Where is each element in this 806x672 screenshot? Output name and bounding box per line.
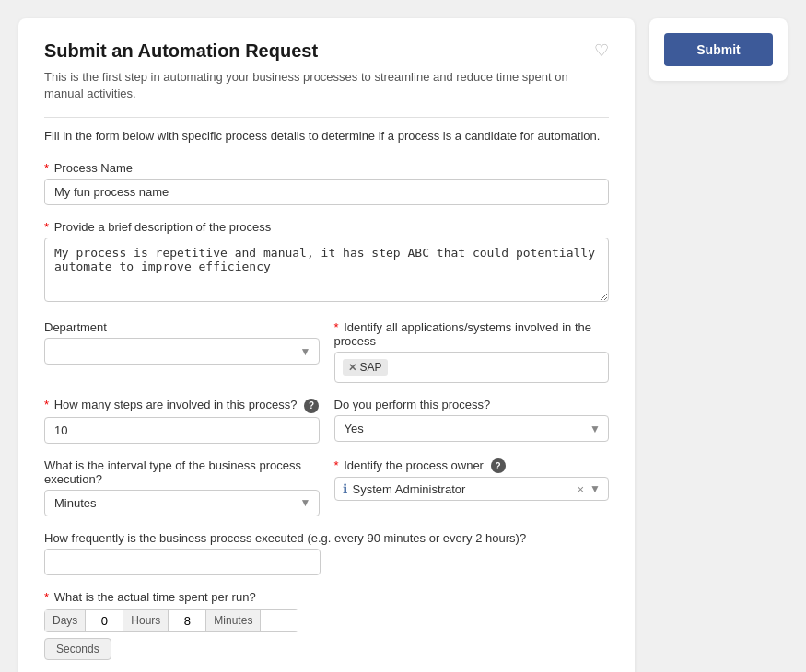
process-name-label: * Process Name [44,161,609,175]
form-description: Fill in the form below with specific pro… [44,129,609,143]
required-indicator-2: * [44,220,49,234]
process-owner-group: * Identify the process owner ? ℹ System … [334,458,610,516]
applications-label: * Identify all applications/systems invo… [334,320,610,348]
seconds-button[interactable]: Seconds [44,638,111,660]
steps-group: * How many steps are involved in this pr… [44,398,320,444]
perform-process-group: Do you perform this process? Yes No ▼ [334,398,610,444]
submit-button[interactable]: Submit [664,33,773,66]
required-indicator: * [44,161,49,175]
owner-name: System Administrator [353,482,572,496]
process-name-group: * Process Name [44,161,609,205]
process-owner-field: ℹ System Administrator × ▼ [334,477,610,501]
required-indicator-5: * [334,458,339,472]
owner-arrow-icon[interactable]: ▼ [590,482,601,495]
side-card: Submit [649,18,788,81]
interval-type-label: What is the interval type of the busines… [44,458,320,486]
process-name-input[interactable] [44,179,609,205]
dept-apps-row: Department ▼ * Identify all applications… [44,320,609,383]
applications-group: * Identify all applications/systems invo… [334,320,610,383]
interval-type-group: What is the interval type of the busines… [44,458,320,516]
process-owner-help-icon[interactable]: ? [491,458,506,473]
time-spent-group: * What is the actual time spent per run?… [44,590,609,660]
department-label: Department [44,320,320,334]
days-label: Days [45,610,86,631]
days-field: Days [44,609,123,632]
department-group: Department ▼ [44,320,320,383]
steps-help-icon[interactable]: ? [304,399,319,413]
description-input[interactable] [44,238,609,302]
favorite-icon[interactable]: ♡ [594,41,609,61]
interval-type-select[interactable]: Minutes Hours Days [45,491,319,516]
frequency-group: How frequently is the business process e… [44,531,609,575]
department-select-wrapper: ▼ [44,338,320,365]
required-indicator-3: * [334,320,339,334]
time-fields-row: Days Hours Minutes [44,609,609,632]
perform-process-select[interactable]: Yes No [335,416,609,441]
hours-field: Hours [123,609,206,632]
page-title: Submit an Automation Request [44,41,318,62]
hours-input[interactable] [169,610,205,631]
divider-1 [44,117,609,118]
description-label: * Provide a brief description of the pro… [44,220,609,234]
days-input[interactable] [86,610,123,631]
steps-input[interactable] [44,417,320,444]
page-subtitle: This is the first step in automating you… [44,69,609,102]
description-group: * Provide a brief description of the pro… [44,220,609,306]
owner-clear-icon[interactable]: × [578,482,585,496]
main-form-card: Submit an Automation Request ♡ This is t… [18,18,635,672]
interval-owner-row: What is the interval type of the busines… [44,458,609,516]
sap-tag-remove[interactable]: ✕ [348,362,356,374]
steps-label: * How many steps are involved in this pr… [44,398,320,413]
minutes-field: Minutes [206,609,298,632]
card-header: Submit an Automation Request ♡ [44,41,609,62]
interval-type-select-wrapper: Minutes Hours Days ▼ [44,490,320,516]
process-owner-label: * Identify the process owner ? [334,458,610,474]
minutes-label: Minutes [206,610,261,631]
frequency-input[interactable] [44,549,321,575]
department-select[interactable] [45,339,319,364]
perform-process-select-wrapper: Yes No ▼ [334,415,610,442]
required-indicator-4: * [44,398,49,411]
owner-info-icon: ℹ [343,481,347,496]
time-spent-label: * What is the actual time spent per run? [44,590,609,604]
hours-label: Hours [123,610,169,631]
required-indicator-6: * [44,590,49,604]
minutes-input[interactable] [261,610,298,631]
perform-process-label: Do you perform this process? [334,398,610,411]
frequency-label: How frequently is the business process e… [44,531,609,545]
applications-tag-input[interactable]: ✕ SAP [334,352,610,383]
sap-tag: ✕ SAP [343,359,388,376]
steps-perform-row: * How many steps are involved in this pr… [44,398,609,444]
